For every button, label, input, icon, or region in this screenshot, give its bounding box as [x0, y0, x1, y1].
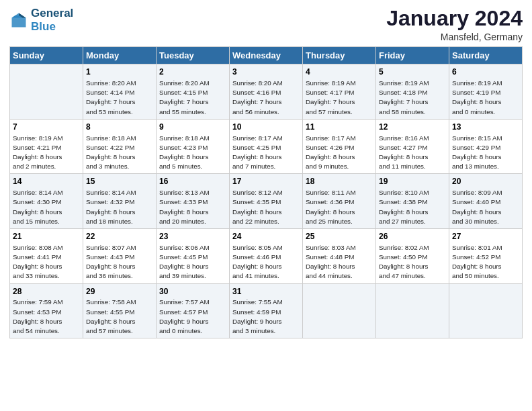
calendar-cell	[10, 64, 83, 120]
title-block: January 2024 Mansfeld, Germany	[386, 7, 523, 42]
day-number: 15	[86, 176, 153, 187]
day-number: 21	[13, 231, 80, 242]
calendar-cell	[449, 283, 523, 338]
calendar-cell: 8Sunrise: 8:18 AM Sunset: 4:22 PM Daylig…	[83, 119, 157, 174]
day-number: 10	[232, 122, 300, 133]
day-info: Sunrise: 8:18 AM Sunset: 4:22 PM Dayligh…	[86, 134, 153, 172]
day-number: 8	[86, 122, 153, 133]
day-number: 24	[232, 231, 300, 242]
day-number: 14	[13, 176, 80, 187]
day-number: 13	[452, 122, 519, 133]
day-info: Sunrise: 7:55 AM Sunset: 4:59 PM Dayligh…	[232, 298, 300, 336]
day-info: Sunrise: 8:18 AM Sunset: 4:23 PM Dayligh…	[159, 134, 226, 172]
day-number: 7	[13, 122, 80, 133]
day-number: 20	[452, 176, 519, 187]
day-info: Sunrise: 8:14 AM Sunset: 4:32 PM Dayligh…	[86, 188, 153, 226]
calendar-cell	[376, 283, 449, 338]
week-row-3: 14Sunrise: 8:14 AM Sunset: 4:30 PM Dayli…	[10, 174, 523, 229]
day-number: 5	[379, 66, 446, 78]
calendar-cell: 9Sunrise: 8:18 AM Sunset: 4:23 PM Daylig…	[157, 119, 230, 174]
calendar-cell: 26Sunrise: 8:02 AM Sunset: 4:50 PM Dayli…	[376, 229, 449, 284]
calendar-cell: 5Sunrise: 8:19 AM Sunset: 4:18 PM Daylig…	[376, 64, 449, 120]
calendar-cell: 30Sunrise: 7:57 AM Sunset: 4:57 PM Dayli…	[157, 283, 230, 338]
day-info: Sunrise: 8:15 AM Sunset: 4:29 PM Dayligh…	[452, 134, 519, 172]
day-info: Sunrise: 8:11 AM Sunset: 4:36 PM Dayligh…	[306, 188, 373, 226]
day-info: Sunrise: 8:05 AM Sunset: 4:46 PM Dayligh…	[232, 243, 300, 281]
day-number: 31	[232, 286, 300, 298]
day-header-wednesday: Wednesday	[230, 47, 303, 64]
day-header-monday: Monday	[83, 47, 157, 64]
day-number: 28	[13, 286, 80, 298]
day-info: Sunrise: 8:20 AM Sunset: 4:16 PM Dayligh…	[232, 79, 300, 117]
day-info: Sunrise: 7:58 AM Sunset: 4:55 PM Dayligh…	[86, 298, 153, 336]
logo-text: General Blue	[31, 7, 73, 33]
day-header-sunday: Sunday	[10, 47, 83, 64]
day-number: 30	[159, 286, 226, 298]
day-info: Sunrise: 8:14 AM Sunset: 4:30 PM Dayligh…	[13, 188, 80, 226]
day-header-friday: Friday	[376, 47, 449, 64]
calendar-table: SundayMondayTuesdayWednesdayThursdayFrid…	[9, 46, 523, 338]
logo-icon	[9, 11, 28, 30]
calendar-cell: 17Sunrise: 8:12 AM Sunset: 4:35 PM Dayli…	[230, 174, 303, 229]
day-number: 3	[232, 66, 300, 78]
day-number: 19	[379, 176, 446, 187]
calendar-cell: 19Sunrise: 8:10 AM Sunset: 4:38 PM Dayli…	[376, 174, 449, 229]
calendar-cell: 20Sunrise: 8:09 AM Sunset: 4:40 PM Dayli…	[449, 174, 523, 229]
day-number: 11	[306, 122, 373, 133]
calendar-cell: 4Sunrise: 8:19 AM Sunset: 4:17 PM Daylig…	[303, 64, 376, 120]
day-info: Sunrise: 8:17 AM Sunset: 4:25 PM Dayligh…	[232, 134, 300, 172]
calendar-cell: 18Sunrise: 8:11 AM Sunset: 4:36 PM Dayli…	[303, 174, 376, 229]
day-number: 17	[232, 176, 300, 187]
day-number: 27	[452, 231, 519, 242]
calendar-cell: 7Sunrise: 8:19 AM Sunset: 4:21 PM Daylig…	[10, 119, 83, 174]
day-number: 16	[159, 176, 226, 187]
calendar-cell: 22Sunrise: 8:07 AM Sunset: 4:43 PM Dayli…	[83, 229, 157, 284]
day-info: Sunrise: 8:20 AM Sunset: 4:15 PM Dayligh…	[159, 79, 226, 117]
day-number: 25	[306, 231, 373, 242]
header-row: SundayMondayTuesdayWednesdayThursdayFrid…	[10, 47, 523, 64]
day-number: 1	[86, 66, 153, 78]
day-header-tuesday: Tuesday	[157, 47, 230, 64]
day-info: Sunrise: 8:08 AM Sunset: 4:41 PM Dayligh…	[13, 243, 80, 281]
day-info: Sunrise: 8:19 AM Sunset: 4:17 PM Dayligh…	[306, 79, 373, 117]
day-number: 12	[379, 122, 446, 133]
calendar-cell: 16Sunrise: 8:13 AM Sunset: 4:33 PM Dayli…	[157, 174, 230, 229]
calendar-cell: 31Sunrise: 7:55 AM Sunset: 4:59 PM Dayli…	[230, 283, 303, 338]
day-info: Sunrise: 8:09 AM Sunset: 4:40 PM Dayligh…	[452, 188, 519, 226]
calendar-cell: 6Sunrise: 8:19 AM Sunset: 4:19 PM Daylig…	[449, 64, 523, 120]
day-info: Sunrise: 8:12 AM Sunset: 4:35 PM Dayligh…	[232, 188, 300, 226]
calendar-cell: 25Sunrise: 8:03 AM Sunset: 4:48 PM Dayli…	[303, 229, 376, 284]
day-number: 26	[379, 231, 446, 242]
calendar-cell: 1Sunrise: 8:20 AM Sunset: 4:14 PM Daylig…	[83, 64, 157, 120]
day-info: Sunrise: 8:02 AM Sunset: 4:50 PM Dayligh…	[379, 243, 446, 281]
calendar-cell: 10Sunrise: 8:17 AM Sunset: 4:25 PM Dayli…	[230, 119, 303, 174]
calendar-cell: 27Sunrise: 8:01 AM Sunset: 4:52 PM Dayli…	[449, 229, 523, 284]
day-info: Sunrise: 8:10 AM Sunset: 4:38 PM Dayligh…	[379, 188, 446, 226]
day-info: Sunrise: 7:57 AM Sunset: 4:57 PM Dayligh…	[159, 298, 226, 336]
calendar-cell: 21Sunrise: 8:08 AM Sunset: 4:41 PM Dayli…	[10, 229, 83, 284]
day-number: 22	[86, 231, 153, 242]
logo: General Blue	[9, 7, 73, 33]
day-info: Sunrise: 8:13 AM Sunset: 4:33 PM Dayligh…	[159, 188, 226, 226]
day-number: 4	[306, 66, 373, 78]
week-row-5: 28Sunrise: 7:59 AM Sunset: 4:53 PM Dayli…	[10, 283, 523, 338]
calendar-cell: 13Sunrise: 8:15 AM Sunset: 4:29 PM Dayli…	[449, 119, 523, 174]
month-title: January 2024	[386, 7, 523, 30]
day-info: Sunrise: 8:17 AM Sunset: 4:26 PM Dayligh…	[306, 134, 373, 172]
calendar-cell: 29Sunrise: 7:58 AM Sunset: 4:55 PM Dayli…	[83, 283, 157, 338]
day-number: 18	[306, 176, 373, 187]
calendar-cell: 3Sunrise: 8:20 AM Sunset: 4:16 PM Daylig…	[230, 64, 303, 120]
day-number: 9	[159, 122, 226, 133]
location: Mansfeld, Germany	[386, 32, 523, 42]
day-info: Sunrise: 8:19 AM Sunset: 4:21 PM Dayligh…	[13, 134, 80, 172]
week-row-4: 21Sunrise: 8:08 AM Sunset: 4:41 PM Dayli…	[10, 229, 523, 284]
calendar-cell	[303, 283, 376, 338]
page-container: General Blue January 2024 Mansfeld, Germ…	[0, 0, 532, 342]
calendar-cell: 12Sunrise: 8:16 AM Sunset: 4:27 PM Dayli…	[376, 119, 449, 174]
header: General Blue January 2024 Mansfeld, Germ…	[9, 7, 523, 42]
calendar-cell: 28Sunrise: 7:59 AM Sunset: 4:53 PM Dayli…	[10, 283, 83, 338]
day-number: 6	[452, 66, 519, 78]
calendar-cell: 23Sunrise: 8:06 AM Sunset: 4:45 PM Dayli…	[157, 229, 230, 284]
day-header-saturday: Saturday	[449, 47, 523, 64]
calendar-cell: 2Sunrise: 8:20 AM Sunset: 4:15 PM Daylig…	[157, 64, 230, 120]
